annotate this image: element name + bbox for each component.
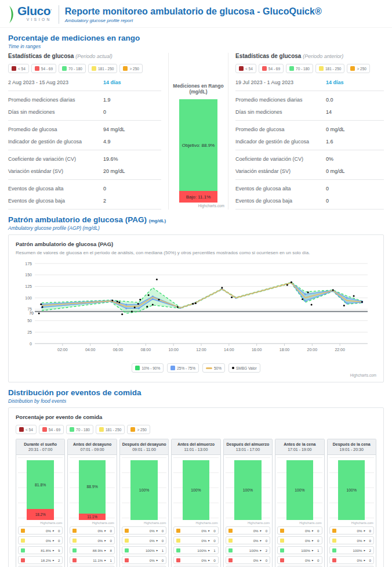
range-chip[interactable]: 70 - 180 xyxy=(59,64,86,73)
range-pct: 0% xyxy=(357,539,362,543)
range-count-row: 0%▸0 xyxy=(18,536,63,544)
stat-row: Promedio mediciones diarias0.0 xyxy=(235,93,384,106)
in-range-segment: 100% xyxy=(286,460,313,520)
svg-text:02:00: 02:00 xyxy=(57,348,68,352)
range-chip[interactable]: 70 - 180 xyxy=(66,425,93,434)
arrow-icon: ▸ xyxy=(157,539,158,542)
range-count-row: 0%▸0 xyxy=(18,526,63,535)
range-pct: 100% xyxy=(301,548,310,552)
arrow-icon: ▸ xyxy=(364,548,365,552)
food-card-header: Después del almuerzo13:01 - 17:00 xyxy=(224,439,272,455)
arrow-icon: ▸ xyxy=(53,548,55,552)
agp-legend-item[interactable]: SMBG Valor xyxy=(228,363,260,373)
agp-legend-item[interactable]: 10% - 90% xyxy=(132,363,164,373)
range-pct: 0% xyxy=(357,529,362,533)
highcharts-credit[interactable]: Highcharts.com xyxy=(16,373,376,377)
agp-legend-item[interactable]: 25% - 75% xyxy=(167,363,199,373)
legend-swatch xyxy=(135,366,140,370)
stat-value: 1.6 xyxy=(326,139,384,145)
range-chip[interactable]: > 250 xyxy=(127,425,150,434)
range-count: 0 xyxy=(56,539,60,543)
food-card-time: 19:01 - 20:30 xyxy=(329,447,375,452)
range-color-swatch xyxy=(72,539,77,543)
highcharts-credit[interactable]: Highcharts.com xyxy=(172,204,224,208)
range-chip[interactable]: 70 - 180 xyxy=(286,64,313,73)
section-title: Distribución por eventos de comida xyxy=(8,388,384,397)
range-color-swatch xyxy=(125,539,129,543)
range-chip[interactable]: 181 - 250 xyxy=(96,425,125,434)
range-chip-label: > 250 xyxy=(129,67,139,71)
highcharts-credit[interactable]: Highcharts.com xyxy=(275,520,324,525)
svg-text:125: 125 xyxy=(25,284,32,288)
food-card-header: Antes del almuerzo11:01 - 13:00 xyxy=(172,439,220,455)
stat-group: Promedio de glucosa0 mg/dLIndicador de g… xyxy=(235,121,384,150)
range-count: 2 xyxy=(56,558,60,562)
range-count: 1 xyxy=(212,548,216,552)
arrow-icon: ▸ xyxy=(312,529,314,532)
range-color-swatch xyxy=(125,529,129,533)
range-count: 0 xyxy=(159,558,164,562)
range-count-row: 0%▸0 xyxy=(122,536,166,544)
range-count: 0 xyxy=(315,558,320,562)
agp-legend-label: 50% xyxy=(214,366,222,370)
food-card-title: Después del almuerzo xyxy=(225,442,271,446)
legend-swatch xyxy=(232,367,234,369)
range-count-row: 0%▸0 xyxy=(122,556,166,564)
range-chip[interactable]: 54 - 69 xyxy=(31,64,56,73)
stat-label: Indicador de gestión de glucosa xyxy=(235,139,326,145)
brand-name: Gluco’ xyxy=(17,5,52,17)
section-subtitle: Ambulatory glucose profile (AGP) (mg/dL) xyxy=(8,225,384,231)
arrow-icon: ▸ xyxy=(208,558,210,562)
date-range: 2 Aug 2023 - 15 Aug 2023 xyxy=(8,80,103,85)
stat-label: Días sin mediciones xyxy=(235,109,326,115)
range-chip[interactable]: 181 - 250 xyxy=(88,64,117,73)
food-panel-title: Porcentaje por evento de comida xyxy=(16,414,376,420)
highcharts-credit[interactable]: Highcharts.com xyxy=(120,520,168,525)
in-range-segment: 81.8% xyxy=(27,460,53,509)
range-chip[interactable]: 181 - 250 xyxy=(315,64,344,73)
agp-legend-label: 10% - 90% xyxy=(141,366,160,370)
agp-chart-title: Patrón ambulatorio de glucosa (PAG) xyxy=(16,241,376,247)
stat-label: Eventos de glucosa baja xyxy=(235,198,326,204)
range-chip[interactable]: < 54 xyxy=(16,425,37,434)
range-color-swatch xyxy=(72,548,77,552)
agp-legend-item[interactable]: 50% xyxy=(202,363,225,373)
range-count-row: 100%▸1 xyxy=(173,546,218,554)
food-card: Durante el sueño20:31 - 07:0081.8%18.2%H… xyxy=(16,439,65,567)
range-color-swatch xyxy=(239,66,244,71)
highcharts-credit[interactable]: Highcharts.com xyxy=(68,520,116,525)
range-color-swatch xyxy=(319,66,324,71)
range-chip[interactable]: 54 - 69 xyxy=(39,425,64,434)
arrow-icon: ▸ xyxy=(104,529,106,532)
range-legend: < 5454 - 6970 - 180181 - 250> 250 xyxy=(235,64,384,73)
range-pct: 0% xyxy=(201,539,206,543)
range-chip[interactable]: 54 - 69 xyxy=(259,64,284,73)
agp-chart-subtitle: Resumen de valores de glucosa en el peri… xyxy=(16,250,376,255)
arrow-icon: ▸ xyxy=(260,529,262,532)
arrow-icon: ▸ xyxy=(312,558,314,562)
range-pct: 100% xyxy=(249,548,259,552)
stats-grid: Estadísticas de glucosa (Periodo actual)… xyxy=(8,53,384,210)
range-count: 9 xyxy=(56,548,60,552)
range-count: 0 xyxy=(159,529,164,533)
range-chip[interactable]: > 250 xyxy=(347,64,369,73)
header-divider xyxy=(59,5,59,24)
food-card-chart: 100% xyxy=(122,457,166,520)
range-chip[interactable]: < 54 xyxy=(8,64,29,73)
trademark-mark: ’ xyxy=(50,8,52,13)
stat-label: Coeficiente de variación (CV) xyxy=(8,156,103,162)
highcharts-credit[interactable]: Highcharts.com xyxy=(172,520,220,525)
food-card-title: Después de la cena xyxy=(329,442,375,446)
arrow-icon: ▸ xyxy=(312,539,314,542)
range-chip[interactable]: > 250 xyxy=(119,64,142,73)
highcharts-credit[interactable]: Highcharts.com xyxy=(16,520,64,525)
in-range-segment: 100% xyxy=(130,460,157,520)
days-count: 14 días xyxy=(326,80,384,85)
range-chip[interactable]: < 54 xyxy=(235,64,256,73)
arrow-icon: ▸ xyxy=(53,539,55,542)
food-card-chart: 88.9%11.1% xyxy=(70,457,114,520)
highcharts-credit[interactable]: Highcharts.com xyxy=(224,520,272,525)
agp-legend: 10% - 90%25% - 75%50%SMBG Valor xyxy=(16,363,376,373)
highcharts-credit[interactable]: Highcharts.com xyxy=(328,520,376,525)
range-color-swatch xyxy=(19,427,24,432)
